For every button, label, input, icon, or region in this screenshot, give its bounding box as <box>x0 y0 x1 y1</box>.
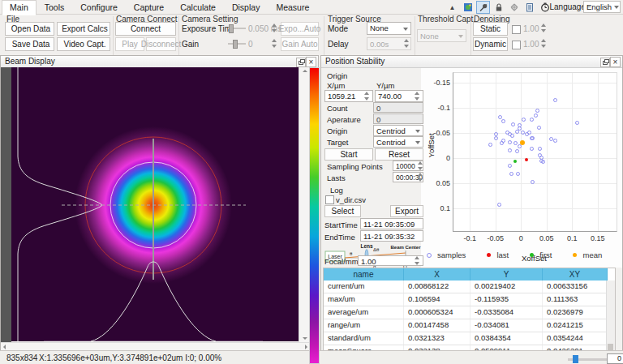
export-calcs-button[interactable]: Export Calcs <box>57 22 110 36</box>
table-row[interactable]: average/um0.000605324-0.03350840.0236979 <box>324 306 615 319</box>
delay-stepper[interactable] <box>403 38 410 49</box>
gain-auto-button[interactable]: Gain Auto <box>281 37 319 51</box>
reset-button[interactable]: Reset <box>375 148 423 161</box>
dynamic-stepper[interactable] <box>540 38 548 49</box>
play-button[interactable]: Play <box>115 37 144 51</box>
export-button[interactable]: Export <box>390 205 423 217</box>
separator <box>178 16 179 61</box>
column-header-X[interactable]: X <box>404 268 470 280</box>
tab-measure[interactable]: Measure <box>268 0 317 15</box>
table-row[interactable]: max/um0.106594-0.1159350.111363 <box>324 293 615 306</box>
origin-section-label: Origin <box>327 71 347 80</box>
beam-horizontal-scrollbar[interactable] <box>1 342 310 350</box>
legend-item-first: first <box>530 251 552 259</box>
save-data-button[interactable]: Save Data <box>5 37 54 51</box>
gain-slider[interactable] <box>228 39 246 48</box>
svg-text:θ: θ <box>350 251 353 256</box>
delay-label: Delay <box>328 40 349 49</box>
beam-vertical-scrollbar[interactable] <box>299 67 310 342</box>
column-header-name[interactable]: name <box>324 268 404 280</box>
legend-label: samples <box>437 251 466 259</box>
lasts-label: Lasts <box>327 173 346 182</box>
samples-point <box>498 115 502 119</box>
focal-stepper[interactable] <box>414 255 421 266</box>
static-stepper[interactable] <box>540 23 548 33</box>
resize-icon[interactable] <box>507 1 521 14</box>
start-button[interactable]: Start <box>324 148 373 161</box>
tab-tools[interactable]: Tools <box>37 0 73 15</box>
table-row[interactable]: range/um0.00147458-0.0340810.0241215 <box>324 319 615 332</box>
exposure-stepper[interactable] <box>271 23 278 33</box>
samples-point <box>516 172 520 176</box>
gridline <box>453 133 617 134</box>
samples-point <box>530 147 534 151</box>
x-tick-label: -0.05 <box>485 234 506 242</box>
stat-value-cell: -0.115935 <box>470 293 543 306</box>
image-margin <box>1 67 11 342</box>
scatter-plot[interactable]: -0.1-0.0500.050.10.15-0.15-0.1-0.0500.05… <box>453 72 617 232</box>
column-header-Y[interactable]: Y <box>470 268 543 280</box>
y-tick-label: 0 <box>426 154 450 162</box>
table-row[interactable]: standard/um0.03213230.03843540.0354244 <box>324 332 615 345</box>
language-select[interactable]: English <box>583 1 621 13</box>
position-panel-restore-icon[interactable] <box>600 58 610 67</box>
gain-value: 0 <box>248 40 253 49</box>
samples-point <box>509 172 513 176</box>
tab-capture[interactable]: Capture <box>126 0 172 15</box>
target-select[interactable]: Centriod <box>373 136 423 148</box>
last-legend-marker <box>487 253 491 257</box>
x-tick-label: 0.1 <box>561 234 582 242</box>
separator <box>415 16 415 61</box>
origin-x-stepper[interactable] <box>363 91 371 101</box>
lock-icon[interactable] <box>492 1 505 14</box>
focal-label: Focal/mm <box>324 257 359 266</box>
threshold-select[interactable]: None <box>417 29 466 42</box>
static-checkbox[interactable] <box>512 25 521 34</box>
stat-value-cell: 0.0384354 <box>470 332 543 345</box>
collapse-ribbon-icon[interactable]: ▲ <box>445 1 459 14</box>
stat-value-cell: 0.0321323 <box>404 332 470 345</box>
static-button[interactable]: Static <box>473 22 508 36</box>
origin-y-stepper[interactable] <box>414 91 421 101</box>
samples-point <box>515 149 519 153</box>
gridline <box>453 158 617 159</box>
gridline <box>453 183 617 184</box>
beam-panel-close-icon[interactable]: × <box>306 57 316 67</box>
column-header-XY[interactable]: XY <box>543 268 608 280</box>
mode-select[interactable]: None <box>367 22 411 35</box>
gridline <box>453 83 617 84</box>
samples-point <box>534 113 538 118</box>
stat-name-cell: average/um <box>324 306 404 319</box>
dynamic-checkbox[interactable] <box>512 41 521 49</box>
log-file-checkbox[interactable] <box>325 195 334 204</box>
tab-display[interactable]: Display <box>224 0 268 15</box>
gain-stepper[interactable] <box>271 38 278 49</box>
exposure-auto-button[interactable]: Expo...Auto <box>281 22 319 36</box>
pin-icon[interactable] <box>476 1 490 14</box>
position-panel-close-icon[interactable]: × <box>610 57 621 67</box>
frame-slider-handle[interactable] <box>573 355 578 363</box>
table-scrollbar[interactable] <box>606 280 615 353</box>
tab-main[interactable]: Main <box>2 0 37 15</box>
disconnect-button[interactable]: Disconnect <box>146 37 176 51</box>
report-icon[interactable] <box>522 1 536 14</box>
tab-configure[interactable]: Configure <box>72 0 126 15</box>
beam-image[interactable] <box>11 67 299 341</box>
lasts-stepper[interactable] <box>417 172 424 182</box>
tab-calculate[interactable]: Calculate <box>172 0 224 15</box>
beam-panel-restore-icon[interactable] <box>296 58 306 67</box>
connect-button[interactable]: Connect <box>115 22 176 36</box>
table-row[interactable]: current/um0.008681220.002194020.00633156 <box>324 280 615 293</box>
exposure-slider[interactable] <box>228 24 246 32</box>
stats-table-body: current/um0.008681220.002194020.00633156… <box>324 280 615 353</box>
target-label: Target <box>327 138 348 147</box>
display-settings-icon[interactable] <box>461 1 475 14</box>
origin-mode-select[interactable]: Centriod <box>373 125 423 136</box>
samples-point <box>553 139 557 143</box>
open-data-button[interactable]: Open Data <box>5 22 54 36</box>
select-button[interactable]: Select <box>324 205 361 217</box>
dynamic-button[interactable]: Dynamic <box>473 37 508 51</box>
samples-point <box>497 203 501 207</box>
sampling-points-stepper[interactable] <box>417 161 424 171</box>
video-capture-button[interactable]: Video Capt. <box>57 37 110 51</box>
